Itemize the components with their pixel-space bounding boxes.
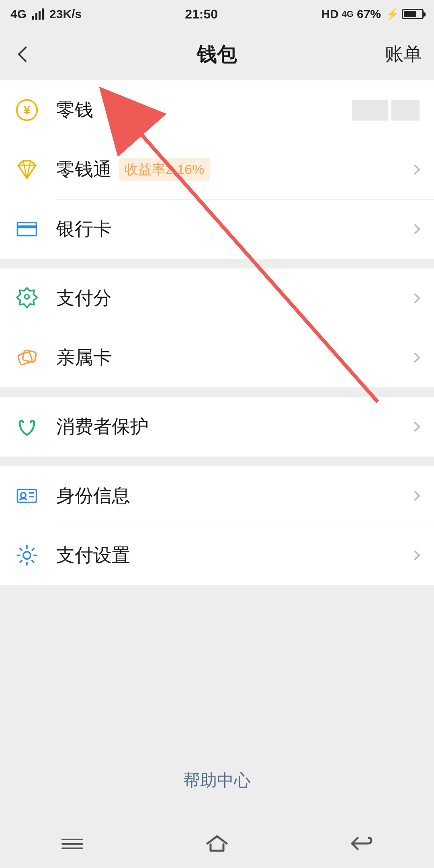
network-speed: 23K/s — [49, 7, 82, 21]
chevron-right-icon — [410, 164, 420, 174]
svg-point-11 — [23, 552, 31, 559]
svg-point-8 — [21, 493, 26, 498]
chevron-right-icon — [410, 491, 420, 501]
row-identity-label: 身份信息 — [56, 483, 130, 508]
linked-cards-icon — [13, 344, 41, 372]
row-lqt[interactable]: 零钱通 收益率2.16% — [0, 140, 434, 199]
svg-rect-3 — [17, 225, 36, 228]
gear-icon — [13, 541, 41, 569]
back-button[interactable] — [10, 28, 42, 80]
system-back-button[interactable] — [348, 834, 376, 854]
svg-rect-5 — [18, 352, 33, 365]
row-settings-label: 支付设置 — [56, 543, 130, 568]
help-center-link[interactable]: 帮助中心 — [0, 749, 434, 808]
hands-shield-icon — [13, 413, 41, 441]
chevron-left-icon — [18, 46, 34, 62]
battery-percent: 67% — [357, 7, 381, 21]
row-family-card[interactable]: 亲属卡 — [0, 328, 434, 387]
row-consumer-label: 消费者保护 — [56, 414, 149, 439]
section-account: 身份信息 支付设置 — [0, 466, 434, 585]
diamond-icon — [13, 156, 41, 184]
net2-indicator: 4G — [342, 10, 354, 18]
status-left: 4G 23K/s — [10, 7, 82, 21]
chevron-right-icon — [410, 224, 420, 234]
badge-star-icon — [13, 284, 41, 312]
id-card-icon — [13, 482, 41, 510]
row-identity[interactable]: 身份信息 — [0, 466, 434, 526]
svg-rect-6 — [23, 350, 37, 362]
status-right: HD 4G 67% ⚡ — [321, 7, 424, 21]
system-nav-bar — [0, 820, 434, 868]
nav-bar: 钱包 账单 — [0, 28, 434, 80]
row-balance[interactable]: ¥ 零钱 — [0, 80, 434, 140]
system-menu-button[interactable] — [58, 834, 86, 854]
row-pay-settings[interactable]: 支付设置 — [0, 526, 434, 585]
balance-amount-redacted — [352, 100, 420, 121]
chevron-right-icon — [410, 293, 420, 303]
network-type: 4G — [10, 7, 27, 21]
bills-label: 账单 — [385, 42, 422, 67]
row-lqt-label: 零钱通 — [56, 157, 112, 182]
svg-point-4 — [25, 295, 29, 299]
row-balance-label: 零钱 — [56, 98, 93, 123]
bills-button[interactable]: 账单 — [385, 28, 422, 80]
home-icon — [205, 835, 229, 853]
menu-icon — [61, 836, 83, 852]
svg-rect-2 — [17, 223, 36, 236]
row-payscore-label: 支付分 — [56, 286, 112, 311]
svg-line-18 — [32, 548, 34, 551]
help-center-label: 帮助中心 — [183, 771, 251, 790]
row-bankcard-label: 银行卡 — [56, 217, 112, 242]
section-funds: ¥ 零钱 零钱通 收益率2.16% 银行卡 — [0, 80, 434, 259]
page-title: 钱包 — [197, 41, 237, 68]
svg-line-16 — [20, 548, 22, 551]
status-bar: 4G 23K/s 21:50 HD 4G 67% ⚡ — [0, 0, 434, 28]
signal-icon — [32, 8, 44, 20]
charging-icon: ⚡ — [386, 8, 399, 20]
row-bankcard[interactable]: 银行卡 — [0, 199, 434, 259]
chevron-right-icon — [410, 352, 420, 362]
hd-indicator: HD — [321, 7, 338, 21]
chevron-right-icon — [410, 550, 420, 560]
system-home-button[interactable] — [203, 834, 231, 854]
row-family-label: 亲属卡 — [56, 345, 112, 370]
battery-icon — [402, 9, 424, 19]
back-icon — [350, 835, 374, 853]
yen-circle-icon: ¥ — [13, 96, 41, 124]
svg-line-19 — [20, 560, 22, 563]
section-pay: 支付分 亲属卡 — [0, 268, 434, 387]
lqt-yield-badge: 收益率2.16% — [119, 158, 210, 181]
section-protection: 消费者保护 — [0, 397, 434, 457]
chevron-right-icon — [410, 422, 420, 432]
card-icon — [13, 215, 41, 243]
row-payscore[interactable]: 支付分 — [0, 268, 434, 328]
row-consumer-protection[interactable]: 消费者保护 — [0, 397, 434, 457]
clock: 21:50 — [185, 7, 218, 22]
svg-text:¥: ¥ — [24, 103, 31, 117]
svg-line-17 — [32, 560, 34, 563]
